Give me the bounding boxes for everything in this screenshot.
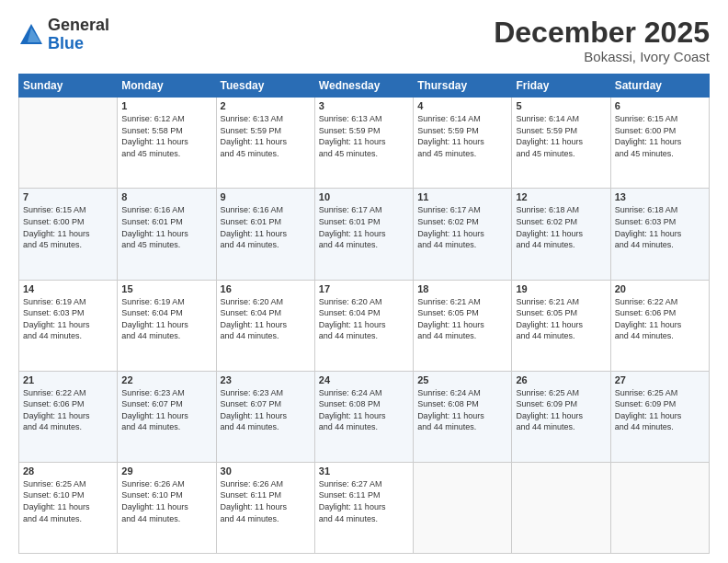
day-info: Sunrise: 6:13 AM Sunset: 5:59 PM Dayligh…	[319, 113, 409, 159]
calendar-day-cell: 4Sunrise: 6:14 AM Sunset: 5:59 PM Daylig…	[414, 98, 512, 189]
calendar-day-cell	[414, 462, 512, 553]
calendar-day-header: Monday	[118, 75, 216, 98]
calendar-day-cell: 12Sunrise: 6:18 AM Sunset: 6:02 PM Dayli…	[512, 189, 610, 280]
calendar-day-cell: 26Sunrise: 6:25 AM Sunset: 6:09 PM Dayli…	[512, 371, 610, 462]
calendar-body: 1Sunrise: 6:12 AM Sunset: 5:58 PM Daylig…	[19, 98, 710, 554]
day-info: Sunrise: 6:24 AM Sunset: 6:08 PM Dayligh…	[417, 387, 507, 433]
day-info: Sunrise: 6:22 AM Sunset: 6:06 PM Dayligh…	[23, 387, 113, 433]
day-info: Sunrise: 6:21 AM Sunset: 6:05 PM Dayligh…	[417, 296, 507, 342]
day-number: 25	[417, 374, 507, 385]
day-number: 11	[417, 191, 507, 202]
day-number: 18	[417, 283, 507, 294]
day-info: Sunrise: 6:19 AM Sunset: 6:04 PM Dayligh…	[121, 296, 211, 342]
calendar-table: SundayMondayTuesdayWednesdayThursdayFrid…	[18, 74, 710, 554]
calendar-day-cell: 27Sunrise: 6:25 AM Sunset: 6:09 PM Dayli…	[610, 371, 709, 462]
day-info: Sunrise: 6:13 AM Sunset: 5:59 PM Dayligh…	[221, 113, 311, 159]
day-number: 15	[121, 283, 211, 294]
day-info: Sunrise: 6:24 AM Sunset: 6:08 PM Dayligh…	[319, 387, 409, 433]
day-number: 23	[221, 374, 311, 385]
day-info: Sunrise: 6:17 AM Sunset: 6:01 PM Dayligh…	[319, 204, 409, 250]
day-number: 27	[615, 374, 705, 385]
calendar-week-row: 1Sunrise: 6:12 AM Sunset: 5:58 PM Daylig…	[19, 98, 710, 189]
day-number: 26	[516, 374, 606, 385]
calendar-day-header: Saturday	[610, 75, 709, 98]
day-info: Sunrise: 6:23 AM Sunset: 6:07 PM Dayligh…	[221, 387, 311, 433]
day-info: Sunrise: 6:20 AM Sunset: 6:04 PM Dayligh…	[221, 296, 311, 342]
calendar-day-cell: 5Sunrise: 6:14 AM Sunset: 5:59 PM Daylig…	[512, 98, 610, 189]
calendar-day-cell: 7Sunrise: 6:15 AM Sunset: 6:00 PM Daylig…	[19, 189, 118, 280]
calendar-day-header: Tuesday	[216, 75, 314, 98]
calendar-day-cell: 3Sunrise: 6:13 AM Sunset: 5:59 PM Daylig…	[314, 98, 413, 189]
day-info: Sunrise: 6:15 AM Sunset: 6:00 PM Dayligh…	[615, 113, 705, 159]
day-number: 7	[23, 191, 113, 202]
calendar-day-header: Wednesday	[314, 75, 413, 98]
calendar-day-cell: 14Sunrise: 6:19 AM Sunset: 6:03 PM Dayli…	[19, 280, 118, 371]
day-number: 28	[23, 465, 113, 477]
location: Bokassi, Ivory Coast	[494, 49, 710, 64]
logo-blue-label: Blue	[48, 35, 109, 53]
day-info: Sunrise: 6:25 AM Sunset: 6:09 PM Dayligh…	[615, 387, 705, 433]
day-number: 1	[121, 100, 211, 111]
calendar-day-cell: 2Sunrise: 6:13 AM Sunset: 5:59 PM Daylig…	[216, 98, 314, 189]
calendar-week-row: 7Sunrise: 6:15 AM Sunset: 6:00 PM Daylig…	[19, 189, 710, 280]
day-number: 30	[221, 465, 311, 477]
day-info: Sunrise: 6:27 AM Sunset: 6:11 PM Dayligh…	[319, 478, 409, 524]
calendar-day-cell: 28Sunrise: 6:25 AM Sunset: 6:10 PM Dayli…	[19, 462, 118, 553]
day-info: Sunrise: 6:14 AM Sunset: 5:59 PM Dayligh…	[516, 113, 606, 159]
day-info: Sunrise: 6:14 AM Sunset: 5:59 PM Dayligh…	[417, 113, 507, 159]
calendar-day-cell: 11Sunrise: 6:17 AM Sunset: 6:02 PM Dayli…	[414, 189, 512, 280]
calendar-day-cell: 19Sunrise: 6:21 AM Sunset: 6:05 PM Dayli…	[512, 280, 610, 371]
day-info: Sunrise: 6:26 AM Sunset: 6:10 PM Dayligh…	[121, 478, 211, 524]
day-info: Sunrise: 6:26 AM Sunset: 6:11 PM Dayligh…	[221, 478, 311, 524]
day-number: 6	[615, 100, 705, 111]
day-number: 4	[417, 100, 507, 111]
calendar-day-cell: 10Sunrise: 6:17 AM Sunset: 6:01 PM Dayli…	[314, 189, 413, 280]
header: General Blue December 2025 Bokassi, Ivor…	[18, 17, 710, 64]
calendar-day-cell	[610, 462, 709, 553]
calendar-day-cell: 24Sunrise: 6:24 AM Sunset: 6:08 PM Dayli…	[314, 371, 413, 462]
calendar-day-cell: 6Sunrise: 6:15 AM Sunset: 6:00 PM Daylig…	[610, 98, 709, 189]
day-info: Sunrise: 6:16 AM Sunset: 6:01 PM Dayligh…	[221, 204, 311, 250]
calendar-day-cell: 25Sunrise: 6:24 AM Sunset: 6:08 PM Dayli…	[414, 371, 512, 462]
day-info: Sunrise: 6:25 AM Sunset: 6:10 PM Dayligh…	[23, 478, 113, 524]
calendar-day-header: Thursday	[414, 75, 512, 98]
day-number: 14	[23, 283, 113, 294]
logo-icon	[18, 22, 44, 48]
calendar-day-cell: 23Sunrise: 6:23 AM Sunset: 6:07 PM Dayli…	[216, 371, 314, 462]
calendar-day-cell: 8Sunrise: 6:16 AM Sunset: 6:01 PM Daylig…	[118, 189, 216, 280]
calendar-day-cell: 18Sunrise: 6:21 AM Sunset: 6:05 PM Dayli…	[414, 280, 512, 371]
calendar-day-cell: 17Sunrise: 6:20 AM Sunset: 6:04 PM Dayli…	[314, 280, 413, 371]
calendar-week-row: 28Sunrise: 6:25 AM Sunset: 6:10 PM Dayli…	[19, 462, 710, 553]
day-number: 29	[121, 465, 211, 477]
day-info: Sunrise: 6:18 AM Sunset: 6:02 PM Dayligh…	[516, 204, 606, 250]
day-number: 22	[121, 374, 211, 385]
day-number: 2	[221, 100, 311, 111]
calendar-week-row: 21Sunrise: 6:22 AM Sunset: 6:06 PM Dayli…	[19, 371, 710, 462]
day-number: 24	[319, 374, 409, 385]
logo-text: General Blue	[48, 17, 109, 53]
title-block: December 2025 Bokassi, Ivory Coast	[494, 17, 710, 64]
day-number: 3	[319, 100, 409, 111]
logo-general-label: General	[48, 17, 109, 35]
calendar-day-cell: 9Sunrise: 6:16 AM Sunset: 6:01 PM Daylig…	[216, 189, 314, 280]
day-info: Sunrise: 6:16 AM Sunset: 6:01 PM Dayligh…	[121, 204, 211, 250]
calendar-day-header: Sunday	[19, 75, 118, 98]
day-number: 19	[516, 283, 606, 294]
calendar-day-cell: 16Sunrise: 6:20 AM Sunset: 6:04 PM Dayli…	[216, 280, 314, 371]
day-number: 5	[516, 100, 606, 111]
day-number: 31	[319, 465, 409, 477]
day-number: 20	[615, 283, 705, 294]
day-info: Sunrise: 6:22 AM Sunset: 6:06 PM Dayligh…	[615, 296, 705, 342]
day-info: Sunrise: 6:18 AM Sunset: 6:03 PM Dayligh…	[615, 204, 705, 250]
day-number: 16	[221, 283, 311, 294]
calendar-week-row: 14Sunrise: 6:19 AM Sunset: 6:03 PM Dayli…	[19, 280, 710, 371]
calendar-day-header: Friday	[512, 75, 610, 98]
day-number: 8	[121, 191, 211, 202]
calendar-day-cell: 15Sunrise: 6:19 AM Sunset: 6:04 PM Dayli…	[118, 280, 216, 371]
calendar-day-cell: 13Sunrise: 6:18 AM Sunset: 6:03 PM Dayli…	[610, 189, 709, 280]
logo: General Blue	[18, 17, 109, 53]
calendar-day-cell: 30Sunrise: 6:26 AM Sunset: 6:11 PM Dayli…	[216, 462, 314, 553]
calendar-day-cell: 21Sunrise: 6:22 AM Sunset: 6:06 PM Dayli…	[19, 371, 118, 462]
day-info: Sunrise: 6:25 AM Sunset: 6:09 PM Dayligh…	[516, 387, 606, 433]
day-info: Sunrise: 6:20 AM Sunset: 6:04 PM Dayligh…	[319, 296, 409, 342]
